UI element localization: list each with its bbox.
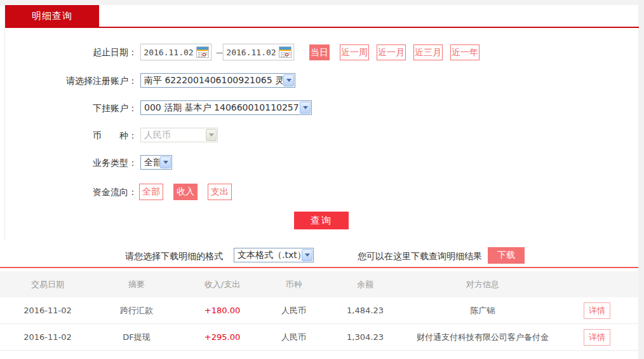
fund-flow-label: 资金流向：	[5, 184, 137, 200]
download-format-value: 文本格式（.txt）	[234, 250, 301, 261]
quick-range-week-button[interactable]: 近一周	[340, 44, 369, 60]
business-type-select[interactable]: 全部	[140, 155, 172, 170]
chevron-down-icon[interactable]	[283, 74, 294, 86]
header-counterparty: 对方信息	[410, 279, 556, 290]
business-type-value: 全部	[141, 157, 159, 168]
header-amount: 收入/支出	[178, 279, 267, 290]
quick-range-year-button[interactable]: 近一年	[450, 44, 480, 60]
cell-date: 2016-11-02	[0, 306, 95, 315]
chevron-down-icon[interactable]	[160, 156, 171, 168]
start-date-value: 2016.11.02	[141, 48, 196, 57]
chevron-down-icon[interactable]	[302, 249, 312, 261]
start-date-input[interactable]: 2016.11.02	[140, 44, 211, 60]
tab-detail-query[interactable]: 明细查询	[5, 5, 99, 27]
quick-range-month-button[interactable]: 近一月	[377, 44, 406, 60]
fund-flow-expense-button[interactable]: 支出	[208, 184, 232, 200]
cell-amount: +295.00	[178, 332, 267, 342]
section-divider	[0, 267, 638, 268]
download-format-select[interactable]: 文本格式（.txt）	[234, 248, 314, 262]
tab-underline	[5, 27, 639, 28]
calendar-icon[interactable]	[279, 46, 292, 58]
chevron-down-icon	[206, 129, 217, 141]
sub-account-value: 000 活期 基本户 1406600101102571848	[141, 102, 299, 114]
cell-balance: 1,304.23	[321, 332, 410, 342]
download-format-label: 请您选择下载明细的格式	[125, 251, 223, 262]
table-row: 2016-11-02 跨行汇款 +180.00 人民币 1,484.23 陈广锦…	[0, 297, 638, 324]
cell-balance: 1,484.23	[321, 306, 410, 315]
cell-date: 2016-11-02	[0, 332, 95, 342]
cell-amount: +180.00	[178, 306, 267, 315]
register-account-label: 请选择注册账户：	[5, 72, 137, 89]
query-form-panel: 明细查询 起止日期： 2016.11.02 — 2016.11.02 当日 近一…	[4, 5, 638, 240]
download-button[interactable]: 下载	[488, 247, 525, 264]
table-row: 2016-11-02 DF提现 +295.00 人民币 1,304.23 财付通…	[0, 324, 638, 351]
detail-button[interactable]: 详情	[584, 302, 610, 319]
chevron-down-icon[interactable]	[300, 102, 311, 114]
quick-range-today-button[interactable]: 当日	[309, 44, 330, 60]
sub-account-select[interactable]: 000 活期 基本户 1406600101102571848	[140, 100, 312, 115]
right-gutter	[638, 0, 644, 359]
sub-account-label: 下挂账户：	[5, 100, 137, 116]
result-table: 交易日期 摘要 收入/支出 币种 余额 对方信息 2016-11-02 跨行汇款…	[0, 271, 638, 351]
quick-range-3month-button[interactable]: 近三月	[413, 44, 443, 60]
date-range-label: 起止日期：	[5, 44, 137, 60]
query-button[interactable]: 查询	[294, 212, 349, 229]
calendar-icon[interactable]	[196, 46, 209, 58]
cell-counterparty: 财付通支付科技有限公司客户备付金	[410, 332, 556, 343]
cell-currency: 人民币	[267, 332, 321, 343]
end-date-input[interactable]: 2016.11.02	[223, 44, 294, 60]
top-strip	[0, 0, 638, 5]
header-date: 交易日期	[0, 279, 95, 290]
end-date-value: 2016.11.02	[224, 48, 279, 57]
fund-flow-income-button[interactable]: 收入	[173, 184, 198, 200]
currency-value: 人民币	[141, 130, 205, 141]
header-balance: 余额	[321, 279, 410, 290]
cell-summary: DF提现	[95, 332, 178, 343]
currency-label: 币 种：	[5, 127, 137, 144]
cell-counterparty: 陈广锦	[410, 305, 556, 316]
fund-flow-all-button[interactable]: 全部	[139, 184, 163, 200]
register-account-value: 南平 6222001406100921065 灵通卡	[141, 75, 283, 86]
header-currency: 币种	[267, 279, 321, 290]
header-summary: 摘要	[95, 279, 178, 290]
currency-select: 人民币	[140, 128, 218, 142]
cell-summary: 跨行汇款	[95, 305, 178, 316]
cell-currency: 人民币	[267, 305, 321, 316]
detail-button[interactable]: 详情	[584, 329, 610, 346]
table-header-row: 交易日期 摘要 收入/支出 币种 余额 对方信息	[0, 271, 638, 297]
business-type-label: 业务类型：	[5, 154, 137, 171]
download-hint-label: 您可以在这里下载查询明细结果	[358, 251, 482, 262]
register-account-select[interactable]: 南平 6222001406100921065 灵通卡	[140, 73, 295, 88]
